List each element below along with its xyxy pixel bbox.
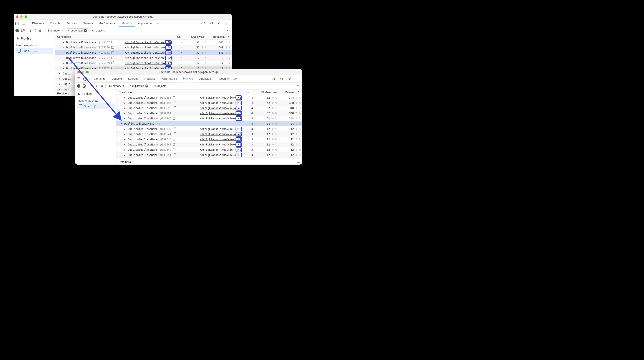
snapshot-item[interactable]: Snap… (3.…: [15, 48, 54, 54]
source-link[interactable]: XJrrEgL?anon=true&view=:48: [200, 106, 242, 110]
object-row[interactable]: ▶DuplicatedClassName@175257XJrrEgL?nocac…: [55, 40, 232, 45]
object-row[interactable]: ▶DuplicatedClassName@139695XJrrEgL?anon=…: [116, 95, 302, 100]
inspect-element-icon[interactable]: [75, 75, 82, 82]
kebab-menu-icon[interactable]: ⋮: [294, 77, 300, 80]
tab-network[interactable]: Network: [80, 20, 96, 27]
source-link[interactable]: XJrrEgL?anon=true&view=:42: [200, 147, 242, 152]
tab-application[interactable]: Application: [135, 20, 155, 27]
expand-icon[interactable]: ▶: [63, 52, 65, 54]
col-shallow[interactable]: Shallow Size: [254, 91, 278, 94]
clear-filter-icon[interactable]: ✕: [84, 29, 87, 32]
delete-icon[interactable]: 🗑: [39, 29, 42, 32]
expand-icon[interactable]: ▶: [124, 149, 126, 151]
clear-filter-icon[interactable]: ✕: [145, 84, 148, 87]
source-link[interactable]: XJrrEgL?anon=true&view=:48: [200, 116, 242, 121]
traffic-lights[interactable]: [77, 71, 89, 73]
open-in-panel-icon[interactable]: [173, 117, 175, 120]
open-in-panel-icon[interactable]: [173, 107, 175, 109]
more-tabs-icon[interactable]: ≫: [232, 75, 239, 82]
open-in-panel-icon[interactable]: [173, 128, 175, 130]
open-in-panel-icon[interactable]: [112, 57, 114, 59]
object-row[interactable]: ▶DuplicatedClassName@139643XJrrEgL?anon=…: [116, 137, 302, 142]
settings-gear-icon[interactable]: ⚙: [216, 22, 222, 25]
source-link[interactable]: XJrrEgL?anon=true&view=:42: [200, 132, 242, 137]
snapshot-item[interactable]: Snap… (1.…: [76, 103, 115, 109]
expand-icon[interactable]: ▶: [59, 78, 62, 80]
issues-badge[interactable]: 2: [208, 22, 215, 25]
delete-icon[interactable]: 🗑: [100, 84, 103, 88]
expand-icon[interactable]: ▶: [59, 88, 62, 90]
col-shallow[interactable]: Shallow Si…: [184, 35, 208, 38]
source-link[interactable]: XJrrEgL?nocache=true&view=:48: [124, 40, 172, 45]
clear-button[interactable]: [21, 29, 24, 32]
source-link[interactable]: XJrrEgL?anon=true&view=:48: [200, 111, 242, 116]
open-in-panel-icon[interactable]: [112, 46, 114, 49]
object-row[interactable]: ▶DuplicatedClassName@139697XJrrEgL?anon=…: [116, 100, 302, 105]
kebab-menu-icon[interactable]: ⋮: [224, 22, 230, 25]
titlebar[interactable]: DevTools - codepen.io/web-dot-dev/pen/XJ…: [75, 69, 302, 75]
expand-icon[interactable]: ▶: [124, 138, 126, 140]
open-in-panel-icon[interactable]: [112, 51, 114, 54]
class-filter-input[interactable]: ▾ duplicated ✕: [128, 84, 150, 88]
traffic-lights[interactable]: [16, 15, 27, 18]
open-in-panel-icon[interactable]: [173, 133, 175, 135]
source-link[interactable]: XJrrEgL?nocache=true&view=:42: [124, 55, 172, 60]
col-retained[interactable]: Retaine…▼: [278, 91, 302, 94]
issues-badge[interactable]: 5: [278, 77, 285, 80]
expand-icon[interactable]: ▶: [63, 67, 65, 69]
object-row[interactable]: ▶DuplicatedClassName@175197XJrrEgL?nocac…: [55, 55, 232, 60]
col-retained[interactable]: Retained…▼: [208, 35, 232, 38]
retainers-header[interactable]: Retainers: [116, 159, 302, 165]
expand-icon[interactable]: ▶: [124, 133, 126, 135]
expand-icon[interactable]: ▶: [63, 41, 65, 43]
expand-icon[interactable]: ▶: [63, 46, 65, 49]
source-link[interactable]: XJrrEgL?anon=true&view=:42: [200, 137, 242, 142]
object-row[interactable]: ▶DuplicatedClassName@175261XJrrEgL?nocac…: [55, 50, 232, 55]
source-link[interactable]: XJrrEgL?anon=true&view=:48: [200, 100, 242, 105]
settings-gear-icon[interactable]: ⚙: [286, 77, 293, 80]
object-row[interactable]: ▶DuplicatedClassName@139639XJrrEgL?anon=…: [116, 126, 302, 132]
objects-dropdown[interactable]: All objects▼: [90, 29, 230, 32]
col-distance[interactable]: Dist…: [242, 91, 254, 94]
object-row[interactable]: ▶DuplicatedClassName@175199XJrrEgL?nocac…: [55, 60, 232, 66]
record-button[interactable]: [16, 29, 19, 32]
open-in-panel-icon[interactable]: [173, 143, 175, 146]
tab-console[interactable]: Console: [108, 75, 125, 82]
col-constructor[interactable]: Constructor: [116, 91, 242, 94]
expand-icon[interactable]: ▶: [124, 154, 126, 156]
objects-dropdown[interactable]: All objects▼: [152, 84, 300, 87]
minimize-icon[interactable]: [82, 71, 84, 73]
object-row[interactable]: ▶DuplicatedClassName@139701XJrrEgL?anon=…: [116, 111, 302, 116]
object-row[interactable]: ▶DuplicatedClassName@139699XJrrEgL?anon=…: [116, 105, 302, 111]
expand-icon[interactable]: ▶: [124, 97, 126, 99]
expand-icon[interactable]: ▶: [124, 102, 126, 104]
object-row[interactable]: ▶DuplicatedClassName@139647XJrrEgL?anon=…: [116, 142, 302, 147]
expand-icon[interactable]: ▶: [63, 57, 65, 59]
titlebar[interactable]: DevTools - codepen.io/web-dot-dev/pen/XJ…: [14, 14, 232, 20]
expand-icon[interactable]: ▶: [124, 107, 126, 109]
tab-sources[interactable]: Sources: [125, 75, 142, 82]
import-icon[interactable]: ↧: [34, 29, 36, 32]
import-icon[interactable]: ↧: [96, 84, 98, 88]
tab-performance[interactable]: Performance: [96, 20, 118, 27]
source-link[interactable]: XJrrEgL?nocache=true&view=:48: [124, 50, 172, 55]
tab-sources[interactable]: Sources: [64, 20, 80, 27]
tab-elements[interactable]: Elements: [29, 20, 47, 27]
object-row[interactable]: ▶DuplicatedClassName@139651XJrrEgL?anon=…: [116, 152, 302, 158]
source-link[interactable]: XJrrEgL?anon=true&view=:42: [200, 153, 242, 157]
warnings-badge[interactable]: 6: [270, 77, 277, 80]
zoom-icon[interactable]: [86, 71, 89, 73]
tab-network[interactable]: Network: [142, 75, 158, 82]
tab-security[interactable]: Security: [216, 75, 232, 82]
clear-button[interactable]: [82, 84, 86, 88]
expand-icon[interactable]: ▶: [124, 128, 126, 130]
object-row[interactable]: ▶DuplicatedClassName@175259XJrrEgL?nocac…: [55, 45, 232, 50]
device-toggle-icon[interactable]: [82, 75, 89, 82]
expand-icon[interactable]: ▶: [59, 83, 62, 85]
tab-memory[interactable]: Memory: [180, 75, 196, 82]
device-toggle-icon[interactable]: [20, 20, 27, 27]
view-dropdown[interactable]: Summary▼: [46, 29, 64, 32]
tab-memory[interactable]: Memory: [119, 20, 135, 27]
open-in-panel-icon[interactable]: [112, 41, 114, 43]
source-link[interactable]: XJrrEgL?anon=true&view=:42: [200, 142, 242, 147]
